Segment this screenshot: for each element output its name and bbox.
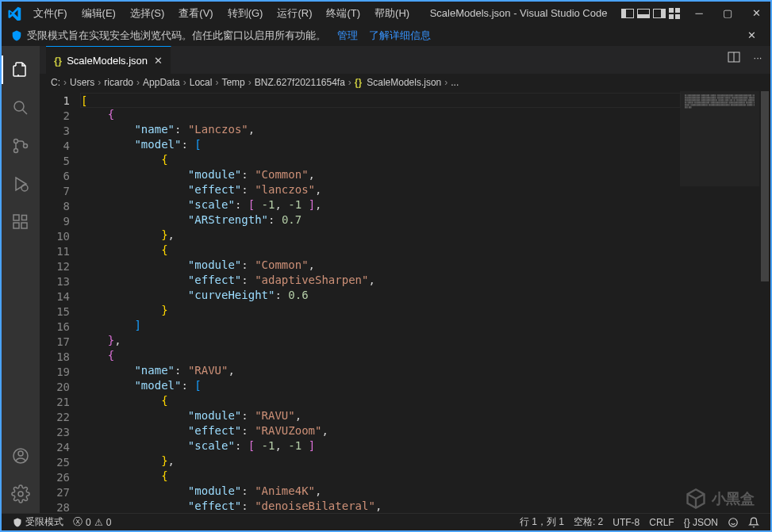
chevron-right-icon: › bbox=[63, 77, 67, 88]
manage-link[interactable]: 管理 bbox=[337, 29, 358, 43]
run-debug-icon[interactable] bbox=[2, 165, 40, 203]
breadcrumb[interactable]: C:›Users›ricardo›AppData›Local›Temp›BNZ.… bbox=[40, 74, 770, 91]
breadcrumb-item[interactable]: BNZ.627f20211654fa bbox=[255, 77, 345, 88]
code-line[interactable]: } bbox=[81, 303, 680, 318]
status-feedback-icon[interactable] bbox=[723, 517, 743, 528]
scrollbar-thumb[interactable] bbox=[761, 91, 769, 281]
line-number: 23 bbox=[40, 425, 70, 440]
tab-close-icon[interactable]: ✕ bbox=[154, 55, 163, 67]
breadcrumb-item[interactable]: C: bbox=[51, 77, 60, 88]
learn-more-link[interactable]: 了解详细信息 bbox=[369, 29, 431, 43]
breadcrumb-item[interactable]: AppData bbox=[143, 77, 180, 88]
code-line[interactable]: "scale": [ -1, -1 ] bbox=[81, 438, 680, 454]
source-control-icon[interactable] bbox=[2, 127, 40, 165]
minimap[interactable]: ██ █████████████ █████████ ██████ ██████… bbox=[680, 91, 759, 513]
code-line[interactable]: "model": [ bbox=[81, 137, 680, 152]
vertical-scrollbar[interactable] bbox=[759, 91, 770, 513]
menu-item[interactable]: 编辑(E) bbox=[75, 3, 122, 24]
line-number: 8 bbox=[40, 199, 70, 214]
code-line[interactable]: { bbox=[81, 107, 680, 122]
close-button[interactable]: ✕ bbox=[742, 2, 770, 25]
more-actions-icon[interactable]: ··· bbox=[750, 49, 766, 65]
status-encoding[interactable]: UTF-8 bbox=[608, 517, 644, 528]
code-line[interactable]: "module": "Anime4K", bbox=[81, 484, 680, 499]
chevron-right-icon: › bbox=[248, 77, 252, 88]
chevron-right-icon: › bbox=[183, 77, 186, 88]
code-line[interactable]: { bbox=[81, 243, 680, 258]
customize-layout-icon[interactable] bbox=[669, 8, 680, 19]
maximize-button[interactable]: ▢ bbox=[713, 2, 742, 25]
banner-close-icon[interactable]: ✕ bbox=[743, 29, 761, 41]
svg-point-15 bbox=[729, 518, 738, 526]
status-language[interactable]: {} JSON bbox=[679, 517, 723, 528]
code-line[interactable]: "model": [ bbox=[81, 378, 680, 393]
toggle-primary-sidebar-icon[interactable] bbox=[621, 9, 634, 18]
line-number: 13 bbox=[40, 274, 70, 289]
breadcrumb-item[interactable]: ricardo bbox=[104, 77, 133, 88]
code-line[interactable]: "ARStrength": 0.7 bbox=[81, 212, 680, 228]
code-line[interactable]: }, bbox=[81, 333, 680, 348]
breadcrumb-item[interactable]: Temp bbox=[221, 77, 244, 88]
code-line[interactable]: { bbox=[81, 152, 680, 167]
layout-controls[interactable] bbox=[621, 8, 680, 19]
code-line[interactable]: "effect": "adaptiveSharpen", bbox=[81, 273, 680, 288]
toggle-panel-icon[interactable] bbox=[637, 9, 650, 18]
accounts-icon[interactable] bbox=[2, 437, 40, 475]
status-restricted[interactable]: 受限模式 bbox=[8, 515, 68, 529]
code-line[interactable]: [ bbox=[80, 93, 681, 108]
breadcrumb-item[interactable]: Local bbox=[190, 77, 213, 88]
minimize-button[interactable]: ─ bbox=[685, 2, 713, 25]
menu-item[interactable]: 文件(F) bbox=[27, 3, 74, 24]
code-line[interactable]: { bbox=[81, 348, 680, 363]
line-number: 24 bbox=[40, 440, 70, 455]
code-line[interactable]: "module": "RAVU", bbox=[81, 408, 680, 423]
code-line[interactable]: { bbox=[81, 393, 680, 408]
code-line[interactable]: "module": "Common", bbox=[81, 258, 680, 273]
code-line[interactable]: ] bbox=[81, 318, 680, 333]
extensions-icon[interactable] bbox=[2, 203, 40, 241]
code-line[interactable]: "name": "RAVU", bbox=[81, 363, 680, 378]
code-line[interactable]: "curveHeight": 0.6 bbox=[81, 288, 680, 303]
code-content[interactable]: [ { "name": "Lanczos", "model": [ { "mod… bbox=[81, 91, 680, 513]
explorer-icon[interactable] bbox=[2, 51, 40, 89]
status-notifications-icon[interactable] bbox=[743, 517, 764, 528]
code-editor[interactable]: 1234567891011121314151617181920212223242… bbox=[40, 91, 770, 513]
status-line-col[interactable]: 行 1，列 1 bbox=[515, 515, 569, 529]
breadcrumb-file[interactable]: ScaleModels.json bbox=[367, 77, 441, 88]
svg-rect-7 bbox=[13, 223, 19, 228]
toggle-secondary-sidebar-icon[interactable] bbox=[653, 9, 666, 18]
menu-item[interactable]: 终端(T) bbox=[320, 3, 367, 24]
code-line[interactable]: "scale": [ -1, -1 ], bbox=[81, 197, 680, 212]
line-number: 2 bbox=[40, 109, 70, 124]
breadcrumb-item[interactable]: Users bbox=[70, 77, 94, 88]
svg-point-0 bbox=[14, 101, 24, 111]
menu-item[interactable]: 转到(G) bbox=[221, 3, 270, 24]
warning-icon: ⚠ bbox=[94, 517, 103, 528]
line-number: 28 bbox=[40, 500, 70, 513]
line-number: 7 bbox=[40, 184, 70, 199]
menu-item[interactable]: 选择(S) bbox=[124, 3, 171, 24]
code-line[interactable]: }, bbox=[81, 454, 680, 469]
search-icon[interactable] bbox=[2, 89, 40, 127]
status-eol[interactable]: CRLF bbox=[644, 517, 678, 528]
status-indent[interactable]: 空格: 2 bbox=[569, 515, 608, 529]
menu-item[interactable]: 运行(R) bbox=[271, 3, 318, 24]
code-line[interactable]: "effect": "denoiseBilateral", bbox=[81, 499, 680, 513]
menu-item[interactable]: 帮助(H) bbox=[368, 3, 416, 24]
svg-point-11 bbox=[18, 451, 23, 456]
menu-item[interactable]: 查看(V) bbox=[172, 3, 219, 24]
settings-gear-icon[interactable] bbox=[2, 475, 40, 513]
code-line[interactable]: "effect": "RAVUZoom", bbox=[81, 423, 680, 438]
chevron-right-icon: › bbox=[215, 77, 218, 88]
status-problems[interactable]: ⓧ0 ⚠0 bbox=[68, 515, 116, 529]
code-line[interactable]: "name": "Lanczos", bbox=[81, 122, 680, 137]
split-editor-icon[interactable] bbox=[726, 49, 742, 65]
code-line[interactable]: { bbox=[81, 469, 680, 484]
chevron-right-icon: › bbox=[136, 77, 140, 88]
line-number: 6 bbox=[40, 169, 70, 184]
code-line[interactable]: "module": "Common", bbox=[81, 167, 680, 182]
code-line[interactable]: "effect": "lanczos", bbox=[81, 182, 680, 197]
code-line[interactable]: }, bbox=[81, 228, 680, 243]
breadcrumb-more[interactable]: ... bbox=[451, 77, 459, 88]
tab-scalemodels[interactable]: {} ScaleModels.json ✕ bbox=[46, 46, 171, 74]
